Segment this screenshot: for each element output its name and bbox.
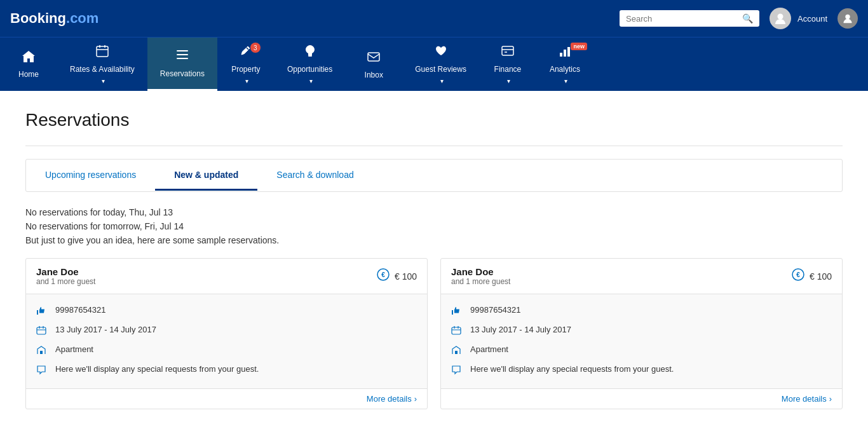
opportunities-arrow: ▾ xyxy=(309,78,313,85)
tab-upcoming[interactable]: Upcoming reservations xyxy=(26,161,155,191)
svg-point-1 xyxy=(845,15,850,19)
card-2-guest-info: Jane Doe and 1 more guest xyxy=(451,266,510,286)
reservation-card-1: Jane Doe and 1 more guest € € 100 xyxy=(25,258,428,409)
tabs-container: Upcoming reservations New & updated Sear… xyxy=(25,159,843,192)
thumbsup-icon xyxy=(36,306,49,318)
nav-item-home[interactable]: Home xyxy=(0,37,57,91)
card-1-price-info: € € 100 xyxy=(377,268,417,284)
card-1-booking-number: 99987654321 xyxy=(36,302,417,322)
nav-label-guest-reviews: Guest Reviews xyxy=(415,65,466,74)
nav-label-opportunities: Opportunities xyxy=(287,65,332,74)
guest-reviews-arrow: ▾ xyxy=(440,78,444,85)
tab-search-download[interactable]: Search & download xyxy=(257,161,372,191)
svg-rect-31 xyxy=(455,351,458,354)
secondary-avatar[interactable] xyxy=(837,8,858,29)
svg-text:€: € xyxy=(381,271,385,278)
card-2-more-details-label: More details xyxy=(782,394,827,404)
sample-notice: But just to give you an idea, here are s… xyxy=(25,235,843,245)
reservation-card-2: Jane Doe and 1 more guest € € 100 xyxy=(440,258,843,409)
room-icon xyxy=(36,345,49,358)
svg-rect-15 xyxy=(560,53,562,57)
card-2-room-text: Apartment xyxy=(470,344,508,354)
page-divider xyxy=(25,146,843,146)
svg-rect-20 xyxy=(37,327,46,334)
card-1-more-details-label: More details xyxy=(367,394,412,404)
card-2-chevron-icon: › xyxy=(829,394,832,404)
svg-rect-6 xyxy=(177,50,188,51)
calendar-icon xyxy=(95,44,109,61)
nav-label-analytics: Analytics xyxy=(550,65,580,74)
card-1-special-request-text: Here we'll display any special requests … xyxy=(55,364,259,374)
svg-rect-2 xyxy=(97,46,108,57)
nav-item-opportunities[interactable]: Opportunities ▾ xyxy=(275,37,345,91)
card-2-guest-sub: and 1 more guest xyxy=(451,277,510,286)
nav-label-home: Home xyxy=(18,70,39,79)
card-2-guest-name: Jane Doe xyxy=(451,266,510,277)
logo-booking: Booking xyxy=(10,10,66,27)
card-2-price: € 100 xyxy=(810,271,832,282)
finance-arrow: ▾ xyxy=(507,78,510,85)
card-2-dates: 13 July 2017 - 14 July 2017 xyxy=(451,322,832,341)
card-2-room: Apartment xyxy=(451,341,832,361)
svg-rect-17 xyxy=(567,47,570,57)
nav-bar: Home Rates & Availability ▾ Reservations… xyxy=(0,37,868,91)
nav-label-property: Property xyxy=(231,65,260,74)
opportunities-icon xyxy=(303,44,317,61)
nav-label-inbox: Inbox xyxy=(365,71,383,79)
svg-rect-27 xyxy=(452,327,461,334)
page-title: Reservations xyxy=(25,110,843,130)
card-1-guest-sub: and 1 more guest xyxy=(36,277,95,286)
card-2-thumbsup-icon xyxy=(451,306,464,318)
brand-logo[interactable]: Booking.com xyxy=(10,10,98,27)
svg-text:€: € xyxy=(796,271,800,278)
card-2-more-details-link[interactable]: More details › xyxy=(782,394,832,404)
nav-item-reservations[interactable]: Reservations xyxy=(147,37,217,91)
card-1-more-details-link[interactable]: More details › xyxy=(367,394,417,404)
nav-item-rates[interactable]: Rates & Availability ▾ xyxy=(57,37,147,91)
no-today-message: No reservations for today, Thu, Jul 13 xyxy=(25,207,843,217)
nav-item-inbox[interactable]: Inbox xyxy=(345,37,402,91)
card-2-booking-num-text: 99987654321 xyxy=(470,305,521,315)
user-avatar xyxy=(770,8,791,29)
reservations-grid: Jane Doe and 1 more guest € € 100 xyxy=(25,258,843,409)
card-2-special-request-text: Here we'll display any special requests … xyxy=(470,364,674,374)
property-arrow: ▾ xyxy=(245,78,248,85)
card-1-chevron-icon: › xyxy=(414,394,417,404)
nav-item-property[interactable]: 3 Property ▾ xyxy=(217,37,275,91)
nav-item-finance[interactable]: Finance ▾ xyxy=(479,37,536,91)
nav-item-guest-reviews[interactable]: Guest Reviews ▾ xyxy=(402,37,479,91)
card-1-dates: 13 July 2017 - 14 July 2017 xyxy=(36,322,417,341)
card-1-special-request: Here we'll display any special requests … xyxy=(36,361,417,381)
top-right-area: 🔍 Account xyxy=(620,8,858,29)
card-1-price: € 100 xyxy=(395,271,417,282)
tab-new-updated[interactable]: New & updated xyxy=(155,161,257,191)
no-tomorrow-message: No reservations for tomorrow, Fri, Jul 1… xyxy=(25,221,843,231)
svg-rect-16 xyxy=(564,50,566,57)
account-area[interactable]: Account xyxy=(770,8,827,29)
card-2-calendar-icon xyxy=(451,325,464,338)
analytics-arrow: ▾ xyxy=(564,78,567,85)
card-1-header: Jane Doe and 1 more guest € € 100 xyxy=(26,259,427,294)
card-1-footer: More details › xyxy=(26,388,427,409)
card-1-room-text: Apartment xyxy=(55,344,93,354)
card-1-guest-info: Jane Doe and 1 more guest xyxy=(36,266,95,286)
card-2-body: 99987654321 13 July 2017 - 14 July 2017 xyxy=(441,294,842,388)
analytics-new-badge: new xyxy=(571,43,587,50)
search-input[interactable] xyxy=(626,14,742,24)
search-button[interactable]: 🔍 xyxy=(742,13,753,24)
card-2-dates-text: 13 July 2017 - 14 July 2017 xyxy=(470,325,571,334)
card-1-booking-num-text: 99987654321 xyxy=(55,305,106,315)
card-1-room: Apartment xyxy=(36,341,417,361)
card-2-special-request: Here we'll display any special requests … xyxy=(451,361,832,381)
card-2-price-info: € € 100 xyxy=(792,268,832,284)
card-2-header: Jane Doe and 1 more guest € € 100 xyxy=(441,259,842,294)
svg-rect-11 xyxy=(368,53,379,61)
search-bar[interactable]: 🔍 xyxy=(620,10,759,27)
svg-rect-10 xyxy=(308,55,312,57)
svg-point-0 xyxy=(778,14,783,20)
main-content: Reservations Upcoming reservations New &… xyxy=(0,91,868,429)
svg-rect-24 xyxy=(40,351,43,354)
inbox-icon xyxy=(367,50,381,67)
home-icon xyxy=(22,50,36,66)
nav-item-analytics[interactable]: new Analytics ▾ xyxy=(536,37,593,91)
